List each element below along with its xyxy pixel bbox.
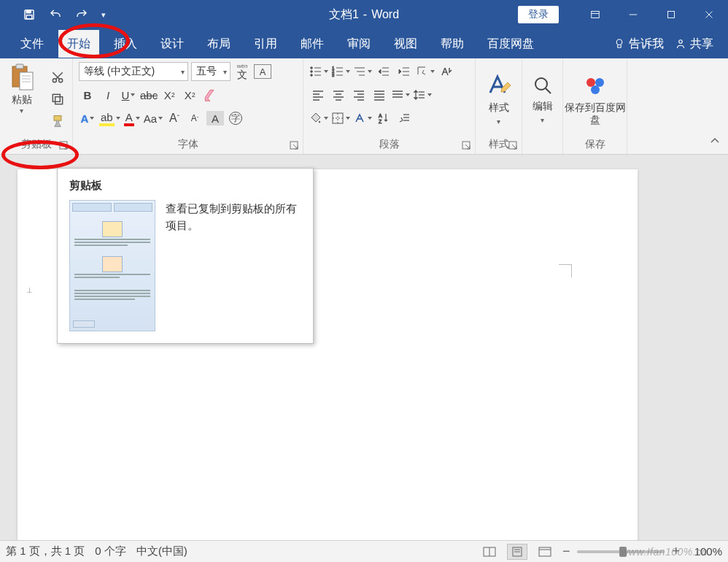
clipboard-tooltip: 剪贴板 查看已复制到剪贴板的所有项目。 bbox=[57, 168, 314, 344]
paste-icon[interactable] bbox=[9, 63, 35, 92]
increase-indent-icon[interactable] bbox=[395, 62, 413, 81]
align-justify-icon[interactable] bbox=[371, 85, 388, 104]
numbering-icon[interactable]: 123 bbox=[331, 62, 350, 81]
format-painter-icon[interactable] bbox=[49, 112, 66, 130]
title-bar: ▾ 文档1 - Word 登录 bbox=[0, 0, 728, 29]
cut-icon[interactable] bbox=[49, 69, 66, 86]
window-title: 文档1 - Word bbox=[329, 7, 399, 23]
subscript-icon[interactable]: X2 bbox=[160, 85, 178, 104]
group-font-label: 字体 bbox=[178, 138, 198, 151]
svg-rect-2 bbox=[26, 15, 32, 19]
paragraph-launcher-icon[interactable] bbox=[462, 141, 472, 151]
underline-icon[interactable]: U bbox=[120, 85, 137, 104]
share-button[interactable]: 共享 bbox=[674, 36, 713, 52]
strikethrough-icon[interactable]: abc bbox=[140, 85, 158, 104]
change-case-icon[interactable]: Aa bbox=[144, 109, 163, 128]
character-border-icon[interactable]: A bbox=[254, 64, 271, 79]
font-color-icon[interactable]: A bbox=[123, 109, 141, 128]
tab-mailings[interactable]: 邮件 bbox=[292, 30, 333, 58]
highlight-icon[interactable]: ab bbox=[99, 109, 120, 128]
borders-icon[interactable] bbox=[331, 109, 350, 128]
superscript-icon[interactable]: X2 bbox=[181, 85, 198, 104]
zoom-out-icon[interactable]: − bbox=[562, 544, 570, 559]
read-mode-icon[interactable] bbox=[479, 544, 500, 560]
phonetic-guide-icon[interactable]: wén 文 bbox=[233, 62, 251, 81]
show-marks-icon[interactable] bbox=[438, 62, 455, 81]
multilevel-list-icon[interactable] bbox=[353, 62, 372, 81]
tab-layout[interactable]: 布局 bbox=[198, 30, 239, 58]
line-spacing-icon[interactable] bbox=[413, 85, 432, 104]
group-styles: 样式 ▾ 样式 bbox=[476, 58, 522, 154]
group-styles-label: 样式 bbox=[489, 138, 509, 151]
svg-point-23 bbox=[311, 67, 313, 69]
paste-dropdown-icon[interactable]: ▾ bbox=[20, 107, 23, 115]
ribbon-display-options-icon[interactable] bbox=[576, 0, 614, 29]
print-layout-icon[interactable] bbox=[507, 544, 527, 560]
web-layout-icon[interactable] bbox=[535, 544, 555, 560]
tab-insert[interactable]: 插入 bbox=[105, 30, 146, 58]
tab-help[interactable]: 帮助 bbox=[432, 30, 473, 58]
qat-customize-icon[interactable]: ▾ bbox=[96, 4, 111, 25]
svg-rect-19 bbox=[53, 94, 61, 101]
ribbon-tabs: 文件 开始 插入 设计 布局 引用 邮件 审阅 视图 帮助 百度网盘 告诉我 共… bbox=[0, 29, 728, 58]
bold-icon[interactable]: B bbox=[79, 85, 96, 104]
save-to-baidu-button[interactable]: 保存到百度网盘 bbox=[563, 58, 627, 136]
login-button[interactable]: 登录 bbox=[518, 6, 559, 23]
minimize-icon[interactable] bbox=[614, 0, 652, 29]
paragraph-mark-icon[interactable] bbox=[395, 109, 413, 128]
bullets-icon[interactable] bbox=[309, 62, 328, 81]
font-launcher-icon[interactable] bbox=[290, 141, 300, 151]
styles-launcher-icon[interactable] bbox=[508, 141, 519, 151]
clear-format-icon[interactable] bbox=[201, 85, 219, 104]
font-name-combo[interactable]: 等线 (中文正文)▾ bbox=[79, 62, 188, 81]
styles-button[interactable]: 样式 ▾ bbox=[476, 58, 522, 136]
group-font: 等线 (中文正文)▾ 五号▾ wén 文 A B I U abc X2 X2 bbox=[73, 58, 303, 154]
char-shading-icon[interactable]: A bbox=[206, 111, 224, 126]
group-clipboard: 粘贴 ▾ 剪贴板 bbox=[0, 58, 73, 154]
edit-button[interactable]: 编辑 ▾ bbox=[522, 58, 562, 136]
clipboard-launcher-icon[interactable] bbox=[59, 141, 69, 151]
tab-baidu[interactable]: 百度网盘 bbox=[479, 30, 543, 58]
enclose-char-icon[interactable]: 字 bbox=[227, 109, 244, 128]
collapse-ribbon-icon[interactable] bbox=[709, 135, 721, 150]
text-direction-icon[interactable] bbox=[416, 62, 435, 81]
status-page[interactable]: 第 1 页，共 1 页 bbox=[6, 544, 85, 558]
svg-rect-18 bbox=[55, 96, 63, 104]
app-name: Word bbox=[371, 8, 399, 21]
shrink-font-icon[interactable]: Aˇ bbox=[186, 109, 204, 128]
save-icon[interactable] bbox=[18, 4, 41, 25]
redo-icon[interactable] bbox=[70, 4, 93, 25]
italic-icon[interactable]: I bbox=[99, 85, 117, 104]
paste-label: 粘贴 bbox=[12, 93, 32, 107]
undo-icon[interactable] bbox=[44, 4, 67, 25]
status-language[interactable]: 中文(中国) bbox=[136, 544, 187, 558]
asian-layout-icon[interactable] bbox=[353, 109, 372, 128]
tab-review[interactable]: 审阅 bbox=[338, 30, 379, 58]
status-words[interactable]: 0 个字 bbox=[95, 544, 126, 558]
tab-file[interactable]: 文件 bbox=[12, 30, 53, 58]
tab-view[interactable]: 视图 bbox=[385, 30, 426, 58]
tab-references[interactable]: 引用 bbox=[245, 30, 286, 58]
svg-rect-20 bbox=[54, 115, 61, 120]
zoom-level[interactable]: 100% bbox=[687, 545, 722, 558]
copy-icon[interactable] bbox=[49, 91, 66, 108]
align-right-icon[interactable] bbox=[350, 85, 368, 104]
tell-me-button[interactable]: 告诉我 bbox=[613, 36, 664, 52]
zoom-in-icon[interactable]: + bbox=[672, 544, 680, 559]
svg-point-77 bbox=[535, 78, 547, 90]
align-distributed-icon[interactable] bbox=[391, 85, 410, 104]
tab-home[interactable]: 开始 bbox=[58, 30, 99, 58]
sort-icon[interactable]: AZ bbox=[375, 109, 392, 128]
maximize-icon[interactable] bbox=[652, 0, 690, 29]
align-left-icon[interactable] bbox=[309, 85, 327, 104]
shading-icon[interactable] bbox=[309, 109, 328, 128]
decrease-indent-icon[interactable] bbox=[375, 62, 392, 81]
align-center-icon[interactable] bbox=[330, 85, 347, 104]
tab-design[interactable]: 设计 bbox=[152, 30, 193, 58]
close-icon[interactable] bbox=[690, 0, 728, 29]
font-size-combo[interactable]: 五号▾ bbox=[191, 62, 231, 81]
grow-font-icon[interactable]: Aˆ bbox=[166, 109, 183, 128]
zoom-slider[interactable] bbox=[577, 550, 665, 553]
svg-point-79 bbox=[595, 78, 604, 87]
text-effects-icon[interactable]: A bbox=[79, 109, 96, 128]
